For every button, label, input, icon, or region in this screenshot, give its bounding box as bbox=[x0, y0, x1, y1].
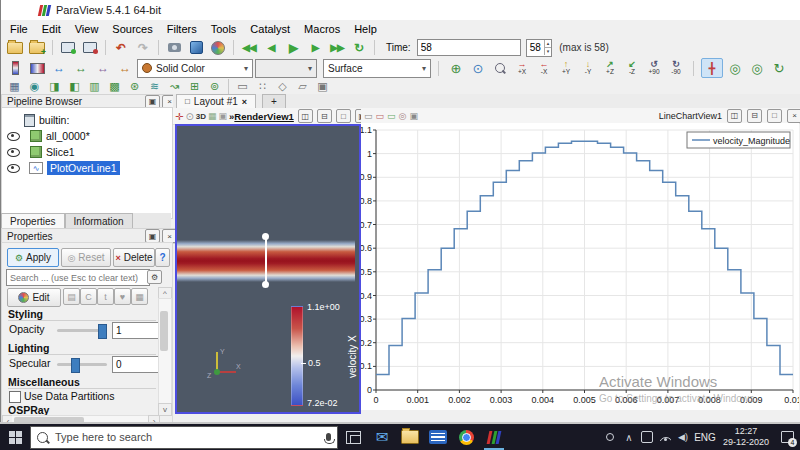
specular-slider[interactable] bbox=[57, 363, 107, 366]
float-panel-icon[interactable]: ▣ bbox=[145, 229, 160, 243]
menu-sources[interactable]: Sources bbox=[105, 23, 159, 35]
maximize-view-icon[interactable]: □ bbox=[767, 109, 782, 123]
memory-inspector-icon[interactable]: ▦ bbox=[131, 288, 148, 305]
menu-edit[interactable]: Edit bbox=[35, 23, 68, 35]
component-combo[interactable]: ▾ bbox=[255, 59, 317, 78]
visibility-eye-icon[interactable] bbox=[7, 132, 20, 141]
scrollbar-down-icon[interactable]: v bbox=[158, 403, 172, 416]
edit-color-map-button[interactable]: Edit bbox=[7, 288, 61, 307]
people-icon[interactable] bbox=[600, 424, 620, 450]
select-cells-on-icon[interactable]: ▭ bbox=[233, 79, 252, 93]
tab-information[interactable]: Information bbox=[65, 213, 133, 229]
show-orientation-axes-icon[interactable]: ◎ bbox=[725, 59, 745, 77]
camera-link-icon[interactable]: ⊙ bbox=[185, 111, 193, 122]
set-view-minus-x-icon[interactable]: ←-X bbox=[534, 60, 554, 77]
glyph-icon[interactable]: ⊛ bbox=[125, 79, 144, 93]
grid-axes-icon[interactable]: ▦ bbox=[208, 111, 217, 121]
rescale-temporal-range-icon[interactable]: ↔ bbox=[93, 59, 113, 77]
language-indicator[interactable]: ENG bbox=[692, 424, 718, 450]
chrome-app-icon[interactable] bbox=[452, 424, 480, 450]
menu-catalyst[interactable]: Catalyst bbox=[243, 23, 297, 35]
disconnect-server-icon[interactable] bbox=[80, 39, 100, 57]
set-view-plus-z-icon[interactable]: ↗+Z bbox=[600, 60, 620, 77]
tab-properties[interactable]: Properties bbox=[1, 213, 65, 229]
scalar-bar-toggle-icon[interactable]: ▤ bbox=[63, 288, 80, 305]
interactive-select-icon[interactable]: ▣ bbox=[313, 79, 332, 93]
reset-button[interactable]: ◎ Reset bbox=[61, 248, 111, 267]
task-view-icon[interactable] bbox=[338, 424, 368, 450]
zoom-to-data-icon[interactable]: ⊙ bbox=[468, 59, 488, 77]
visibility-eye-icon[interactable] bbox=[7, 164, 20, 173]
paraview-app-icon[interactable] bbox=[480, 424, 508, 450]
spin-down-icon[interactable]: ▾ bbox=[545, 47, 552, 55]
select-chart-add-icon[interactable]: ▭ bbox=[376, 111, 385, 121]
mail-app-icon[interactable]: ✉ bbox=[368, 424, 396, 450]
microphone-icon[interactable] bbox=[326, 433, 331, 441]
calculator-icon[interactable]: ▦ bbox=[5, 79, 24, 93]
open-file-icon[interactable] bbox=[5, 39, 25, 57]
pipeline-item-plotoverline1[interactable]: ∿ PlotOverLine1 bbox=[2, 160, 172, 176]
color-palette-icon[interactable] bbox=[208, 39, 228, 57]
select-chart-subtract-icon[interactable]: ▭ bbox=[387, 111, 396, 121]
line-widget[interactable] bbox=[265, 236, 267, 284]
line-widget-handle-bottom[interactable] bbox=[262, 281, 269, 288]
color-by-combo[interactable]: Solid Color ▾ bbox=[137, 59, 253, 78]
start-button[interactable] bbox=[0, 424, 30, 450]
specular-slider-handle[interactable] bbox=[71, 358, 80, 373]
spin-up-icon[interactable]: ▴ bbox=[545, 40, 552, 47]
next-frame-button[interactable]: ▶ bbox=[305, 39, 325, 57]
word-app-icon[interactable] bbox=[424, 424, 452, 450]
set-view-minus-y-icon[interactable]: ↓-Y bbox=[578, 60, 598, 77]
adjust-view-icon[interactable] bbox=[186, 39, 206, 57]
set-view-plus-x-icon[interactable]: →+X bbox=[512, 60, 532, 77]
tablet-pen-icon[interactable] bbox=[638, 424, 656, 450]
clip-icon[interactable]: ◨ bbox=[45, 79, 64, 93]
reset-camera-icon[interactable]: ⊕ bbox=[446, 59, 466, 77]
specular-value[interactable]: 0 bbox=[112, 356, 164, 373]
split-vertical-icon[interactable]: ⊟ bbox=[317, 109, 332, 123]
layout-tab[interactable]: □ Layout #1 × bbox=[176, 94, 256, 108]
toggle-color-legend-icon[interactable] bbox=[5, 59, 25, 77]
rescale-custom-range-icon[interactable]: ↔ bbox=[71, 59, 91, 77]
speaker-icon[interactable]: ◀) bbox=[674, 424, 692, 450]
save-state-icon[interactable]: + bbox=[27, 39, 47, 57]
notification-center-icon[interactable]: 4 bbox=[774, 424, 800, 450]
show-hidden-icons-chevron[interactable]: ∧ bbox=[620, 424, 638, 450]
rotate-90-cw-icon[interactable]: ↻-90 bbox=[666, 60, 686, 77]
visibility-eye-icon[interactable] bbox=[7, 148, 20, 157]
menu-view[interactable]: View bbox=[68, 23, 106, 35]
redo-icon[interactable]: ↷ bbox=[133, 39, 153, 57]
connect-server-icon[interactable] bbox=[58, 39, 78, 57]
line-chart-canvas[interactable]: 00.0010.0020.0030.0040.0050.0060.0070.00… bbox=[361, 123, 799, 410]
close-tab-icon[interactable]: × bbox=[242, 97, 247, 107]
search-options-gear-icon[interactable]: ⚙ bbox=[147, 270, 162, 284]
select-polygon-icon[interactable]: ▱ bbox=[293, 79, 312, 93]
help-button[interactable]: ? bbox=[155, 248, 170, 267]
time-spinbox[interactable]: 58 ▴ ▾ bbox=[526, 39, 553, 57]
camera-icon[interactable] bbox=[164, 39, 184, 57]
menu-macros[interactable]: Macros bbox=[297, 23, 347, 35]
apply-button[interactable]: ⚙ Apply bbox=[7, 248, 59, 267]
use-data-partitions-checkbox[interactable] bbox=[9, 391, 21, 403]
delete-button[interactable]: × Delete bbox=[113, 248, 155, 267]
menu-tools[interactable]: Tools bbox=[204, 23, 244, 35]
previous-frame-button[interactable]: ◀ bbox=[261, 39, 281, 57]
split-horizontal-icon[interactable]: ◫ bbox=[298, 109, 313, 123]
line-widget-handle-top[interactable] bbox=[262, 233, 269, 240]
select-chart-points-icon[interactable]: ▭ bbox=[364, 111, 373, 121]
select-frustum-icon[interactable]: ◇ bbox=[273, 79, 292, 93]
maximize-view-icon[interactable]: □ bbox=[336, 109, 351, 123]
pipeline-item-slice1[interactable]: Slice1 bbox=[2, 144, 172, 160]
pick-center-icon[interactable]: ◎ bbox=[747, 59, 767, 77]
representation-combo[interactable]: Surface ▾ bbox=[323, 59, 431, 78]
properties-search-input[interactable] bbox=[6, 269, 150, 286]
scrollbar-thumb[interactable] bbox=[160, 311, 168, 351]
opacity-slider[interactable] bbox=[57, 329, 107, 332]
warp-by-vector-icon[interactable]: ↝ bbox=[165, 79, 184, 93]
reset-center-icon[interactable]: ↻ bbox=[769, 59, 789, 77]
clock[interactable]: 12:27 29-12-2020 bbox=[718, 424, 774, 450]
split-horizontal-icon[interactable]: ◫ bbox=[727, 109, 742, 123]
render-view-canvas[interactable]: 1.1e+00 0.5 7.2e-02 velocity X Y X Z bbox=[175, 124, 361, 414]
loop-button[interactable]: ↻ bbox=[349, 39, 369, 57]
color-legend[interactable] bbox=[291, 306, 303, 406]
